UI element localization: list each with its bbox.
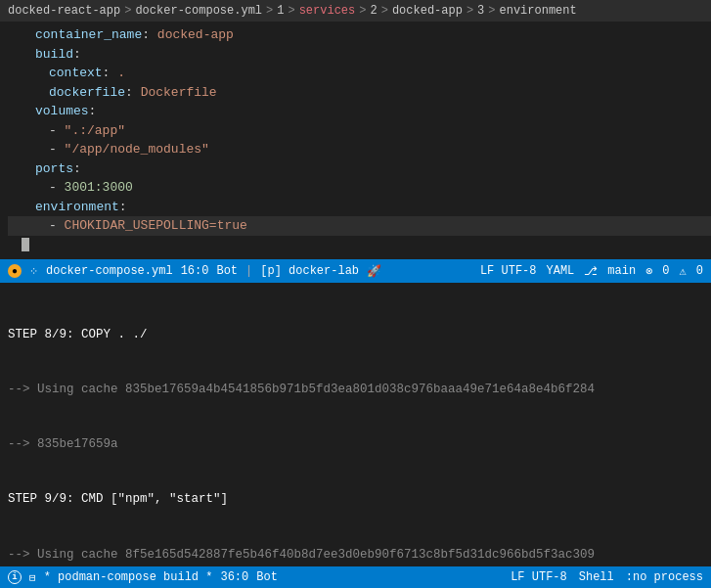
terminal-area[interactable]: STEP 8/9: COPY . ./ --> Using cache 835b… [0,283,711,566]
breadcrumb-sep-7: > [488,4,495,18]
bottom-command: * podman-compose build * [44,570,213,584]
status-bracket-p: [p] docker-lab [260,264,359,278]
status-errors-icon: ⊗ [645,264,652,279]
bottom-position: 36:0 [220,570,248,584]
rocket-icon: 🚀 [367,264,381,279]
bottom-bot: Bot [256,570,278,584]
terminal-line-5: --> Using cache 8f5e165d542887fe5b46f40b… [8,546,703,565]
terminal-line-2: --> Using cache 835be17659a4b4541856b971… [8,381,703,399]
status-bot: Bot [216,264,238,278]
status-orange-circle: ● [8,264,22,278]
breadcrumb-docked-react-app: docked-react-app [8,4,120,18]
status-left: ● ⁘ docker-compose.yml 16:0 Bot | [p] do… [8,264,470,279]
editor-area: docked-react-app > docker-compose.yml > … [0,0,711,259]
bottom-shell: Shell [579,570,614,584]
code-line-4: dockerfile: Dockerfile [8,83,711,103]
code-line-8: ports: [8,159,711,179]
breadcrumb: docked-react-app > docker-compose.yml > … [0,0,711,22]
breadcrumb-sep-3: > [288,4,294,18]
git-branch-name: main [607,264,636,278]
breadcrumb-1: 1 [277,4,284,18]
code-line-11: - CHOKIDAR_USEPOLLING=true [8,216,711,236]
bottom-left: i ⊟ * podman-compose build * 36:0 Bot [8,570,501,584]
bottom-encoding: LF UTF-8 [511,570,567,584]
terminal-line-3: --> 835be17659a [8,435,703,454]
status-language: YAML [547,264,575,278]
breadcrumb-3: 3 [477,4,484,18]
info-icon: i [8,570,22,584]
code-line-1: container_name: docked-app [8,25,711,45]
code-line-7: - "/app/node_modules" [8,140,711,159]
breadcrumb-sep-1: > [124,4,131,18]
terminal-line-4: STEP 9/9: CMD ["npm", "start"] [8,490,703,509]
breadcrumb-sep-2: > [266,4,273,18]
bottom-process-status: :no process [626,570,703,584]
terminal-line-1: STEP 8/9: COPY . ./ [8,326,703,344]
breadcrumb-sep-4: > [359,4,366,18]
git-branch-icon: ⎇ [584,264,598,279]
code-line-5: volumes: [8,102,711,121]
breadcrumb-sep-5: > [381,4,388,18]
breadcrumb-sep-6: > [467,4,473,18]
bottom-status-bar: i ⊟ * podman-compose build * 36:0 Bot LF… [0,566,711,588]
status-warnings-icon: ⚠ [680,264,687,279]
code-content[interactable]: container_name: docked-app build: contex… [0,22,711,258]
status-errors-count: 0 [662,264,669,278]
code-line-10: environment: [8,198,711,217]
breadcrumb-docker-compose: docker-compose.yml [135,4,262,18]
code-line-3: context: . [8,64,711,83]
breadcrumb-2: 2 [370,4,377,18]
code-line-cursor [8,236,711,255]
breadcrumb-docked-app: docked-app [392,4,463,18]
breadcrumb-services: services [299,4,356,18]
status-divider-1: | [245,264,252,278]
status-grid-icon: ⁘ [29,265,38,278]
status-filename: docker-compose.yml [46,264,173,278]
breadcrumb-environment: environment [500,4,577,18]
status-encoding: LF UTF-8 [480,264,537,278]
status-warnings-count: 0 [696,264,703,278]
status-right: LF UTF-8 YAML ⎇ main ⊗ 0 ⚠ 0 [480,264,703,279]
editor-status-bar: ● ⁘ docker-compose.yml 16:0 Bot | [p] do… [0,259,711,283]
status-position: 16:0 [181,264,209,278]
code-line-2: build: [8,45,711,65]
code-line-9: - 3001:3000 [8,178,711,198]
terminal-cmd-icon: ⊟ [29,571,36,584]
terminal-content: STEP 8/9: COPY . ./ --> Using cache 835b… [0,283,711,566]
bottom-right: LF UTF-8 Shell :no process [511,570,703,584]
code-line-6: - ".:/app" [8,121,711,141]
